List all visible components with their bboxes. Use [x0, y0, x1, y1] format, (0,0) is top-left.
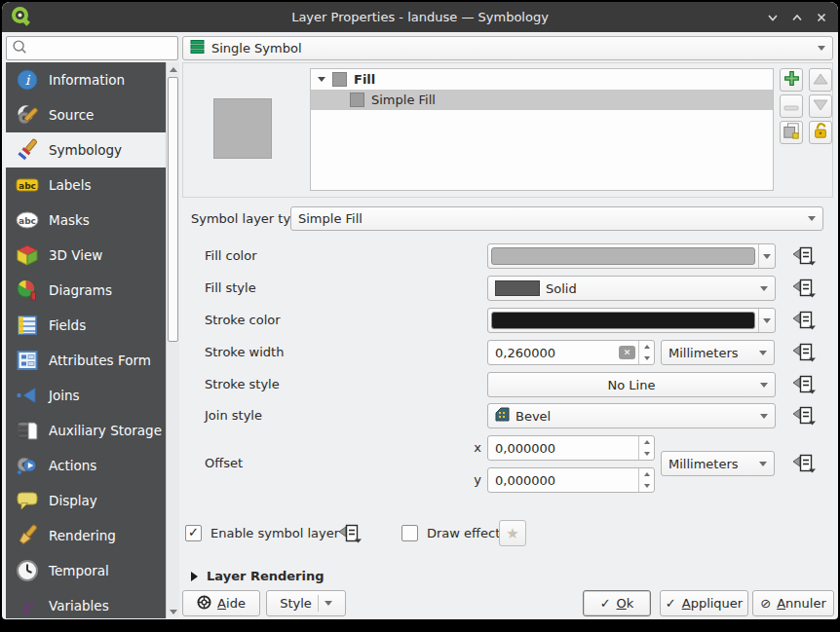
- sidebar-item-fields[interactable]: Fields: [6, 308, 166, 343]
- add-symbol-layer-button[interactable]: [780, 68, 803, 92]
- tree-row-simple-fill[interactable]: Simple Fill: [311, 90, 773, 110]
- sidebar-item-symbology[interactable]: Symbology: [6, 132, 166, 167]
- cancel-button[interactable]: ⊘ Annuler: [752, 590, 834, 616]
- offset-x-label: x: [468, 435, 481, 461]
- sidebar-item-auxiliary-storage[interactable]: Auxiliary Storage: [6, 413, 166, 448]
- style-button[interactable]: Style: [266, 590, 346, 616]
- sidebar-item-rendering[interactable]: Rendering: [6, 518, 166, 553]
- help-button-label: Aide: [217, 596, 246, 611]
- move-up-button[interactable]: [809, 68, 832, 92]
- help-button[interactable]: Aide: [182, 590, 260, 616]
- scroll-up-icon[interactable]: [167, 62, 179, 76]
- stroke-width-spinbox[interactable]: 0,260000 ✕: [487, 340, 655, 365]
- stroke-style-data-defined-override-button[interactable]: [789, 373, 819, 396]
- expand-arrow-icon[interactable]: [318, 77, 325, 82]
- join-style-combobox[interactable]: Bevel: [487, 403, 776, 428]
- sidebar-item-temporal[interactable]: Temporal: [6, 553, 166, 588]
- draw-effects-checkbox[interactable]: [401, 525, 418, 541]
- fill-color-button[interactable]: [487, 243, 776, 269]
- sidebar-item-display[interactable]: Display: [6, 483, 166, 518]
- chevron-down-icon: [818, 46, 825, 51]
- ok-button-label: Ok: [617, 596, 634, 611]
- titlebar[interactable]: Layer Properties - landuse — Symbology: [2, 2, 838, 32]
- stroke-width-data-defined-override-button[interactable]: [789, 341, 819, 364]
- offset-data-defined-override-button[interactable]: [789, 452, 819, 475]
- sidebar-item-label: Variables: [49, 598, 109, 613]
- sidebar-item-label: Fields: [49, 317, 86, 333]
- remove-minus-icon: [783, 97, 799, 116]
- properties-sidebar: i Information Source Symbology abc Label…: [6, 62, 179, 618]
- customize-effects-button[interactable]: ★: [499, 520, 526, 546]
- offset-x-spinbox[interactable]: 0,000000: [487, 435, 655, 461]
- stroke-style-combobox[interactable]: No Line: [487, 372, 776, 397]
- stroke-width-value: 0,260000: [495, 346, 555, 360]
- stroke-width-spinner[interactable]: [638, 341, 654, 364]
- sidebar-item-source[interactable]: Source: [6, 97, 166, 132]
- bevel-join-icon: [495, 407, 510, 425]
- fill-color-data-defined-override-button[interactable]: [789, 244, 819, 268]
- sidebar-item-labels[interactable]: abc Labels: [6, 167, 166, 203]
- sidebar-item-actions[interactable]: Actions: [6, 448, 166, 483]
- sidebar-item-label: Auxiliary Storage: [49, 423, 162, 438]
- fill-style-combobox[interactable]: Solid: [487, 276, 776, 301]
- stroke-width-unit-combobox[interactable]: Millimeters: [661, 340, 775, 365]
- layer-rendering-expand-icon[interactable]: [191, 572, 198, 581]
- offset-x-value: 0,000000: [495, 441, 555, 456]
- fill-color-swatch: [491, 247, 755, 265]
- sidebar-item-label: Symbology: [49, 142, 122, 158]
- stroke-color-button[interactable]: [487, 308, 776, 333]
- fill-color-label: Fill color: [205, 243, 257, 269]
- sidebar-item-variables[interactable]: ε Variables: [6, 588, 166, 618]
- stroke-color-data-defined-override-button[interactable]: [789, 309, 819, 332]
- simple-fill-swatch: [350, 93, 364, 107]
- sidebar-item-3d-view[interactable]: 3D View: [6, 238, 166, 273]
- join-style-data-defined-override-button[interactable]: [789, 404, 819, 428]
- renderer-combobox[interactable]: Single Symbol: [182, 36, 833, 60]
- join-style-value: Bevel: [515, 409, 551, 424]
- enable-symbol-layer-checkbox[interactable]: ✓: [185, 525, 202, 541]
- maximize-button[interactable]: [788, 9, 806, 26]
- symbol-layer-type-combobox[interactable]: Simple Fill: [290, 206, 823, 231]
- diagrams-icon: [16, 279, 39, 302]
- sidebar-scrollbar-thumb[interactable]: [168, 77, 178, 342]
- layer-rendering-label[interactable]: Layer Rendering: [207, 569, 325, 584]
- sidebar-item-attributes-form[interactable]: Attributes Form: [6, 343, 166, 378]
- stroke-width-unit-value: Millimeters: [668, 346, 739, 360]
- fill-color-dropdown[interactable]: [758, 244, 775, 268]
- auxiliary-storage-icon: [16, 419, 39, 442]
- symbol-layer-tree[interactable]: Fill Simple Fill: [310, 68, 774, 191]
- sidebar-item-information[interactable]: i Information: [6, 62, 166, 97]
- search-icon: [11, 38, 28, 59]
- joins-icon: [16, 384, 39, 407]
- join-style-label: Join style: [205, 403, 262, 428]
- stroke-style-value: No Line: [608, 378, 656, 392]
- search-box[interactable]: [6, 36, 178, 60]
- enable-symbol-layer-data-defined-override-button[interactable]: [335, 522, 364, 545]
- fill-style-data-defined-override-button[interactable]: [789, 277, 819, 300]
- apply-button[interactable]: ✓ Appliquer: [660, 590, 748, 616]
- sidebar-item-joins[interactable]: Joins: [6, 378, 166, 413]
- offset-unit-combobox[interactable]: Millimeters: [661, 451, 775, 476]
- stroke-color-dropdown[interactable]: [758, 309, 775, 332]
- minimize-button[interactable]: [764, 9, 782, 26]
- offset-y-spinner[interactable]: [638, 468, 654, 492]
- lock-color-button[interactable]: [809, 121, 832, 144]
- tree-row-fill[interactable]: Fill: [311, 69, 773, 90]
- duplicate-symbol-layer-button[interactable]: [780, 121, 803, 144]
- move-down-button[interactable]: [809, 94, 832, 118]
- close-button[interactable]: [813, 9, 830, 26]
- sidebar-item-diagrams[interactable]: Diagrams: [6, 273, 166, 308]
- actions-icon: [16, 454, 39, 477]
- symbol-preview: [213, 98, 272, 159]
- sidebar-scrollbar[interactable]: [166, 62, 179, 618]
- remove-symbol-layer-button[interactable]: [780, 94, 803, 118]
- scroll-down-icon[interactable]: [167, 605, 179, 618]
- sidebar-item-label: Attributes Form: [49, 353, 151, 368]
- offset-x-spinner[interactable]: [638, 436, 654, 460]
- sidebar-item-masks[interactable]: abc Masks: [6, 203, 166, 238]
- clear-icon[interactable]: ✕: [619, 346, 635, 359]
- offset-y-spinbox[interactable]: 0,000000: [487, 467, 655, 493]
- search-input[interactable]: [28, 41, 177, 56]
- source-icon: [16, 103, 39, 127]
- ok-button[interactable]: ✓ Ok: [583, 590, 651, 616]
